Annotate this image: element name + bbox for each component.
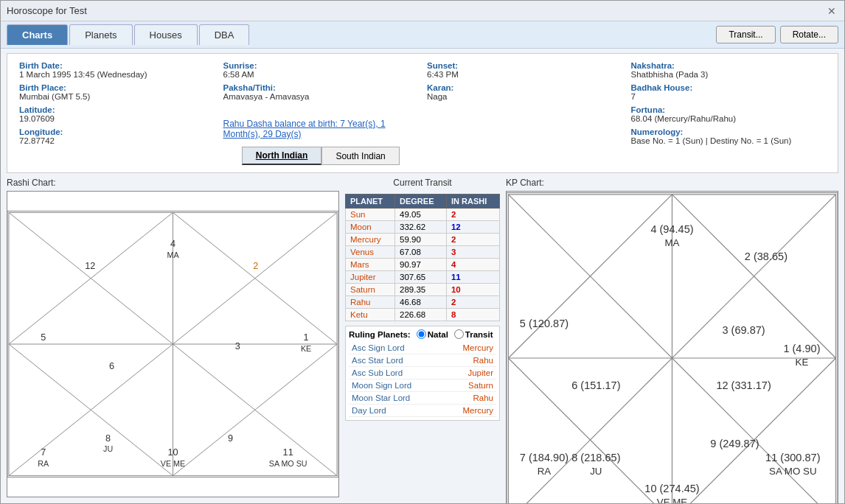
radio-group: Natal Transit (417, 329, 493, 339)
transit-radio-label[interactable]: Transit (454, 329, 493, 339)
paksha-label: Paksha/Tithi: (223, 83, 419, 92)
fortuna-label: Fortuna: (631, 105, 827, 114)
ruling-planet-row: Day LordMercury (349, 405, 496, 417)
ruling-planet-row: Asc Sub LordJupiter (349, 367, 496, 379)
tab-dba[interactable]: DBA (199, 24, 250, 45)
title-bar: Horoscope for Test ✕ (1, 1, 844, 21)
ruling-value: Rahu (473, 393, 494, 402)
transit-row: Mercury59.902 (346, 234, 500, 246)
svg-text:12: 12 (85, 261, 95, 271)
rotate-button[interactable]: Rotate... (780, 26, 838, 43)
transit-rashi-cell: 2 (446, 234, 499, 246)
close-button[interactable]: ✕ (825, 4, 838, 18)
ruling-planet-row: Asc Sign LordMercury (349, 342, 496, 354)
sunrise-value: 6:58 AM (223, 70, 419, 79)
tab-planets[interactable]: Planets (69, 24, 132, 45)
ruling-value: Mercury (462, 406, 493, 415)
sunset-group: Sunset: 6:43 PM Karan: Naga (424, 60, 625, 167)
ruling-planet-row: Moon Star LordRahu (349, 392, 496, 405)
transit-button[interactable]: Transit... (716, 26, 775, 43)
rashi-chart-title: Rashi Chart: (7, 178, 339, 188)
svg-text:9: 9 (228, 433, 233, 444)
toolbar: Charts Planets Houses DBA Transit... Rot… (1, 21, 844, 49)
svg-text:10  (274.45): 10 (274.45) (644, 483, 699, 494)
ruling-rows: Asc Sign LordMercuryAsc Star LordRahuAsc… (349, 342, 496, 417)
transit-radio[interactable] (454, 329, 464, 339)
latitude-label: Latitude: (19, 105, 215, 114)
svg-text:4  (94.45): 4 (94.45) (650, 223, 693, 235)
transit-row: Saturn289.3510 (346, 284, 500, 296)
numerology-label: Numerology: (631, 127, 827, 136)
sunset-label: Sunset: (427, 61, 622, 70)
svg-text:KE: KE (796, 357, 809, 368)
natal-label: Natal (428, 330, 448, 339)
birth-place-label: Birth Place: (19, 83, 215, 92)
transit-planet-cell: Saturn (346, 284, 395, 296)
transit-rashi-cell: 11 (446, 271, 499, 284)
transit-degree-cell: 59.90 (395, 234, 447, 246)
transit-degree-cell: 307.65 (395, 271, 447, 284)
paksha-value: Amavasya - Amavasya (223, 92, 419, 101)
svg-text:VE ME: VE ME (657, 497, 688, 503)
svg-text:MA: MA (167, 251, 179, 259)
ruling-key: Asc Sub Lord (352, 368, 403, 377)
rashi-chart: 4 MA 2 1 KE 3 5 6 (7, 191, 339, 497)
transit-row: Ketu226.688 (346, 309, 500, 321)
transit-col-planet: PLANET (346, 195, 395, 209)
transit-row: Mars90.974 (346, 259, 500, 271)
transit-planet-cell: Moon (346, 221, 395, 234)
transit-container: Current Transit PLANET DEGREE IN RASHI S… (345, 178, 500, 497)
svg-text:3: 3 (235, 341, 240, 351)
transit-col-degree: DEGREE (395, 195, 447, 209)
ruling-header: Ruling Planets: Natal Transit (349, 329, 496, 339)
transit-row: Sun49.052 (346, 209, 500, 221)
natal-radio[interactable] (417, 329, 426, 339)
sunrise-label: Sunrise: (223, 61, 419, 70)
svg-text:SA MO SU: SA MO SU (269, 459, 307, 468)
tab-houses[interactable]: Houses (134, 24, 198, 45)
svg-text:9  (249.87): 9 (249.87) (710, 438, 759, 449)
transit-degree-cell: 49.05 (395, 209, 447, 221)
birth-date-value: 1 March 1995 13:45 (Wednesday) (19, 70, 215, 79)
svg-text:1: 1 (304, 332, 309, 343)
window-title: Horoscope for Test (7, 5, 87, 16)
svg-text:2  (38.65): 2 (38.65) (745, 251, 787, 262)
svg-text:RA: RA (38, 459, 49, 468)
sunset-value: 6:43 PM (427, 70, 622, 79)
ruling-key: Moon Sign Lord (352, 381, 411, 390)
kp-chart: 4 (94.45) MA 2 (38.65) 5 (120.87) 3 (69.… (506, 191, 838, 503)
toolbar-right: Transit... Rotate... (716, 26, 838, 43)
ruling-key: Asc Star Lord (352, 356, 403, 365)
transit-degree-cell: 226.68 (395, 309, 447, 321)
natal-radio-label[interactable]: Natal (417, 329, 448, 339)
latitude-value: 19.07609 (19, 114, 215, 123)
longitude-label: Longitude: (19, 127, 215, 136)
north-indian-button[interactable]: North Indian (242, 147, 322, 165)
ruling-value: Saturn (468, 381, 493, 390)
transit-rashi-cell: 2 (446, 296, 499, 309)
south-indian-button[interactable]: South Indian (321, 147, 399, 165)
svg-text:JU: JU (103, 444, 113, 453)
svg-text:4: 4 (170, 239, 175, 249)
karan-label: Karan: (427, 83, 622, 92)
transit-row: Rahu46.682 (346, 296, 500, 309)
birth-place-value: Mumbai (GMT 5.5) (19, 92, 215, 101)
transit-rashi-cell: 2 (446, 209, 499, 221)
numerology-value: Base No. = 1 (Sun) | Destiny No. = 1 (Su… (631, 136, 827, 145)
ruling-key: Moon Star Lord (352, 393, 410, 402)
svg-text:JU: JU (590, 466, 602, 477)
nakshatra-group: Nakshatra: Shatbhisha (Pada 3) Badhak Ho… (628, 60, 830, 167)
tab-charts[interactable]: Charts (7, 24, 68, 45)
ruling-planets-label: Ruling Planets: (349, 330, 411, 339)
longitude-value: 72.87742 (19, 136, 215, 145)
svg-text:VE ME: VE ME (161, 459, 185, 468)
transit-degree-cell: 332.62 (395, 221, 447, 234)
badhak-label: Badhak House: (631, 83, 827, 92)
ruling-value: Jupiter (467, 368, 493, 377)
transit-planet-cell: Venus (346, 246, 395, 259)
ruling-planet-row: Moon Sign LordSaturn (349, 379, 496, 392)
rashi-chart-container: Rashi Chart: (7, 178, 339, 497)
kp-chart-title: KP Chart: (506, 178, 838, 188)
transit-degree-cell: 67.08 (395, 246, 447, 259)
transit-title: Current Transit (345, 178, 500, 188)
